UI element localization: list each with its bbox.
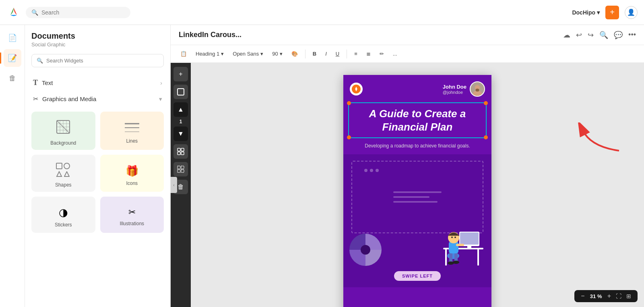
underline-btn[interactable]: U	[332, 49, 343, 58]
fill-icon: 🎨	[291, 51, 298, 57]
zoom-value: 31 %	[588, 293, 604, 299]
separator	[305, 50, 305, 58]
widget-lines[interactable]: Lines	[100, 112, 164, 150]
shapes-widget-icon	[56, 163, 70, 179]
text-icon: T	[33, 79, 38, 87]
widget-search[interactable]: 🔍	[31, 54, 164, 67]
svg-rect-47	[456, 244, 464, 246]
svg-rect-35	[445, 249, 447, 266]
search-editor-icon[interactable]: 🔍	[599, 31, 608, 39]
dochipo-label[interactable]: DocHipo ▾	[572, 9, 600, 16]
graphics-icon: ✂	[33, 95, 38, 103]
sidebar-item-docs[interactable]: 📄	[4, 29, 21, 47]
icon-bar: 📄 📝 🗑	[0, 25, 25, 307]
search-bar[interactable]: 🔍	[26, 7, 130, 18]
cloud-icon[interactable]: ☁	[563, 31, 570, 39]
trash-icon: 🗑	[9, 74, 16, 83]
widget-illustrations[interactable]: ✂ Illustrations	[100, 197, 164, 233]
more-icon[interactable]: •••	[628, 31, 636, 39]
main-layout: 📄 📝 🗑 Documents Social Graphic 🔍 T Text …	[0, 25, 644, 307]
format-bar: 📋 Heading 1 ▾ Open Sans ▾ 90 ▾ 🎨 B I U	[171, 45, 644, 63]
heading-type-dropdown[interactable]: Heading 1 ▾	[192, 49, 227, 58]
widget-icons[interactable]: 🎁 Icons	[100, 155, 164, 192]
svg-rect-13	[56, 163, 62, 169]
redo-icon[interactable]: ↪	[588, 31, 594, 39]
icons-widget-icon: 🎁	[126, 165, 138, 177]
widget-shapes[interactable]: Shapes	[31, 155, 95, 192]
svg-rect-23	[181, 166, 184, 169]
graphics-section[interactable]: ✂ Graphics and Media ▾	[31, 91, 164, 107]
line-spacing-btn[interactable]: ≣	[363, 49, 374, 58]
expand-icon[interactable]: ⛶	[614, 293, 623, 299]
svg-point-14	[64, 163, 70, 169]
clipboard-icon: 📋	[180, 51, 187, 57]
dots-btn[interactable]	[173, 162, 188, 176]
font-dropdown[interactable]: Open Sans ▾	[229, 49, 266, 58]
svg-point-33	[361, 245, 370, 255]
fill-color-btn[interactable]: 🎨	[288, 49, 301, 58]
icons-label: Icons	[126, 180, 138, 186]
dots-row	[364, 169, 379, 172]
add-slide-btn[interactable]: +	[173, 67, 188, 81]
align-left-icon: ≡	[354, 51, 357, 57]
widget-search-input[interactable]	[46, 58, 159, 64]
align-left-btn[interactable]: ≡	[351, 49, 361, 58]
text-color-icon: ✏	[380, 51, 384, 57]
prev-slide-btn[interactable]: ▲	[173, 102, 188, 117]
svg-point-49	[451, 236, 453, 238]
logo[interactable]	[6, 4, 21, 21]
card-lower: SWIPE LEFT	[343, 154, 491, 287]
svg-point-50	[454, 236, 456, 238]
add-button[interactable]: +	[605, 6, 619, 19]
widgets-grid: Background Lines	[31, 112, 164, 233]
svg-rect-36	[477, 249, 479, 266]
next-slide-btn[interactable]: ▼	[173, 127, 188, 141]
search-icon: 🔍	[31, 9, 38, 16]
svg-marker-15	[57, 172, 62, 176]
doc-title: LinkedIn Carous...	[179, 31, 242, 39]
separator2	[347, 50, 347, 58]
widget-stickers[interactable]: ◑ Stickers	[31, 197, 95, 233]
comment-icon[interactable]: 💬	[614, 31, 623, 39]
bold-btn[interactable]: B	[310, 49, 320, 58]
chevron-down-icon: ▾	[280, 51, 283, 57]
widget-background[interactable]: Background	[31, 112, 95, 150]
sidebar-item-edit[interactable]: 📝	[4, 49, 21, 67]
red-arrow	[575, 122, 623, 156]
more-format-btn[interactable]: ...	[390, 49, 400, 58]
topbar-right: DocHipo ▾ + 👤	[572, 6, 638, 19]
swipe-left-btn[interactable]: SWIPE LEFT	[394, 271, 441, 281]
grid-view-btn[interactable]	[173, 144, 188, 159]
chevron-right-icon: ›	[160, 79, 162, 86]
panel-title: Documents	[31, 31, 164, 41]
card-heading: A Guide to Create a Financial Plan	[354, 107, 481, 133]
grid-view-icon[interactable]: ⊞	[625, 293, 633, 299]
heading-selection-box[interactable]: A Guide to Create a Financial Plan	[348, 102, 487, 138]
stickers-widget-icon: ◑	[59, 206, 68, 219]
frame-btn[interactable]	[173, 85, 188, 99]
text-section[interactable]: T Text ›	[31, 75, 164, 91]
zoom-bar: − 31 % + ⛶ ⊞	[574, 290, 638, 302]
zoom-out-btn[interactable]: −	[579, 292, 586, 300]
sidebar-item-trash[interactable]: 🗑	[4, 69, 21, 87]
card-top-bar: John Doe @johndoe	[343, 75, 491, 100]
svg-marker-16	[64, 172, 69, 176]
italic-btn[interactable]: I	[322, 49, 330, 58]
canvas-card[interactable]: John Doe @johndoe	[343, 75, 491, 307]
card-user-name: John Doe	[443, 84, 466, 90]
illustrations-widget-icon: ✂	[128, 207, 136, 218]
pie-chart	[347, 232, 384, 270]
background-label: Background	[50, 140, 76, 146]
editor-tools-right: ☁ ↩ ↪ 🔍 💬 •••	[563, 31, 636, 39]
chevron-down-icon: ▾	[597, 9, 600, 16]
svg-rect-21	[181, 152, 184, 155]
text-color-btn[interactable]: ✏	[376, 49, 387, 58]
search-input[interactable]	[41, 9, 125, 16]
lines-in-box	[389, 187, 446, 207]
copy-format-btn[interactable]: 📋	[177, 49, 190, 58]
undo-icon[interactable]: ↩	[576, 31, 582, 39]
editor-topbar: LinkedIn Carous... ☁ ↩ ↪ 🔍 💬 •••	[171, 25, 644, 45]
user-icon[interactable]: 👤	[625, 6, 638, 19]
zoom-in-btn[interactable]: +	[606, 292, 613, 300]
font-size-input[interactable]: 90 ▾	[269, 49, 285, 58]
